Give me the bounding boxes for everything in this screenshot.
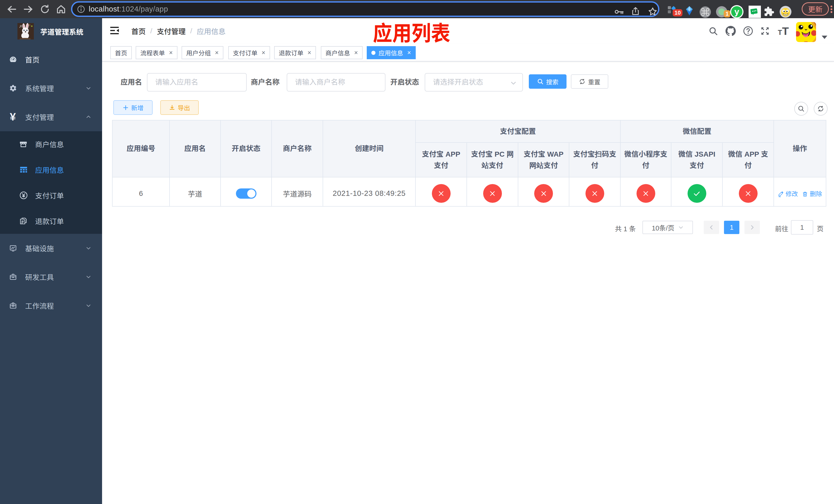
svg-text:y: y xyxy=(734,7,739,17)
